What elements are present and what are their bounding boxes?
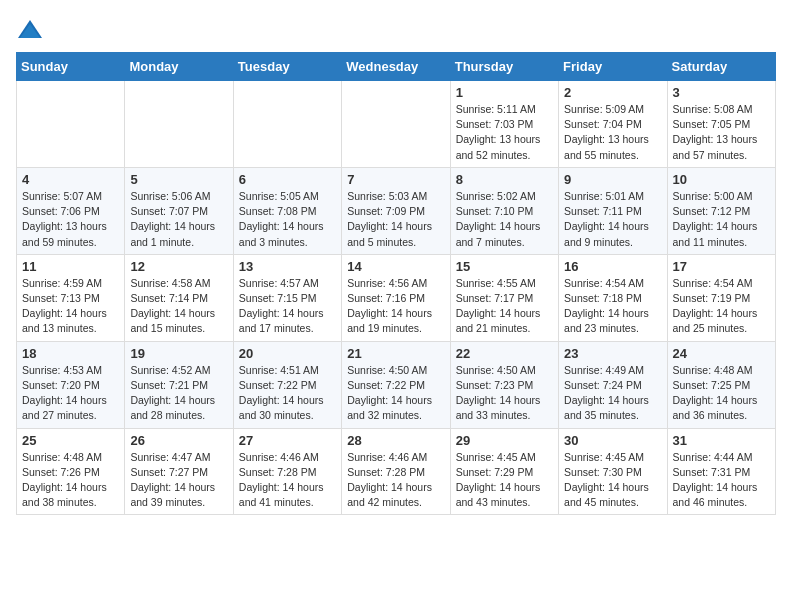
day-number: 5 [130,172,227,187]
calendar-header-tuesday: Tuesday [233,53,341,81]
day-number: 17 [673,259,770,274]
day-info: Sunrise: 4:54 AMSunset: 7:18 PMDaylight:… [564,276,661,337]
day-number: 7 [347,172,444,187]
day-number: 8 [456,172,553,187]
logo-icon [16,16,44,44]
day-info: Sunrise: 5:01 AMSunset: 7:11 PMDaylight:… [564,189,661,250]
day-info: Sunrise: 5:07 AMSunset: 7:06 PMDaylight:… [22,189,119,250]
day-info: Sunrise: 4:48 AMSunset: 7:25 PMDaylight:… [673,363,770,424]
day-number: 31 [673,433,770,448]
calendar-cell: 6Sunrise: 5:05 AMSunset: 7:08 PMDaylight… [233,167,341,254]
calendar-cell: 27Sunrise: 4:46 AMSunset: 7:28 PMDayligh… [233,428,341,515]
day-number: 9 [564,172,661,187]
calendar-cell: 15Sunrise: 4:55 AMSunset: 7:17 PMDayligh… [450,254,558,341]
calendar-week-4: 18Sunrise: 4:53 AMSunset: 7:20 PMDayligh… [17,341,776,428]
calendar-cell: 26Sunrise: 4:47 AMSunset: 7:27 PMDayligh… [125,428,233,515]
calendar-week-1: 1Sunrise: 5:11 AMSunset: 7:03 PMDaylight… [17,81,776,168]
calendar-header-thursday: Thursday [450,53,558,81]
day-info: Sunrise: 5:03 AMSunset: 7:09 PMDaylight:… [347,189,444,250]
day-number: 6 [239,172,336,187]
calendar-cell: 1Sunrise: 5:11 AMSunset: 7:03 PMDaylight… [450,81,558,168]
calendar-cell: 14Sunrise: 4:56 AMSunset: 7:16 PMDayligh… [342,254,450,341]
day-info: Sunrise: 4:59 AMSunset: 7:13 PMDaylight:… [22,276,119,337]
calendar-cell [342,81,450,168]
day-number: 10 [673,172,770,187]
day-info: Sunrise: 5:06 AMSunset: 7:07 PMDaylight:… [130,189,227,250]
calendar-cell [17,81,125,168]
day-info: Sunrise: 4:52 AMSunset: 7:21 PMDaylight:… [130,363,227,424]
calendar-cell: 12Sunrise: 4:58 AMSunset: 7:14 PMDayligh… [125,254,233,341]
day-info: Sunrise: 5:02 AMSunset: 7:10 PMDaylight:… [456,189,553,250]
day-info: Sunrise: 5:00 AMSunset: 7:12 PMDaylight:… [673,189,770,250]
calendar-cell [233,81,341,168]
day-number: 1 [456,85,553,100]
calendar-week-3: 11Sunrise: 4:59 AMSunset: 7:13 PMDayligh… [17,254,776,341]
day-info: Sunrise: 5:05 AMSunset: 7:08 PMDaylight:… [239,189,336,250]
calendar-header-friday: Friday [559,53,667,81]
calendar-cell: 31Sunrise: 4:44 AMSunset: 7:31 PMDayligh… [667,428,775,515]
calendar-cell: 2Sunrise: 5:09 AMSunset: 7:04 PMDaylight… [559,81,667,168]
day-number: 24 [673,346,770,361]
calendar-cell: 10Sunrise: 5:00 AMSunset: 7:12 PMDayligh… [667,167,775,254]
day-info: Sunrise: 5:08 AMSunset: 7:05 PMDaylight:… [673,102,770,163]
calendar-cell: 29Sunrise: 4:45 AMSunset: 7:29 PMDayligh… [450,428,558,515]
day-number: 27 [239,433,336,448]
day-number: 26 [130,433,227,448]
calendar-cell: 18Sunrise: 4:53 AMSunset: 7:20 PMDayligh… [17,341,125,428]
calendar-cell: 4Sunrise: 5:07 AMSunset: 7:06 PMDaylight… [17,167,125,254]
day-number: 20 [239,346,336,361]
day-number: 21 [347,346,444,361]
day-number: 19 [130,346,227,361]
day-info: Sunrise: 4:54 AMSunset: 7:19 PMDaylight:… [673,276,770,337]
day-info: Sunrise: 4:45 AMSunset: 7:29 PMDaylight:… [456,450,553,511]
day-number: 18 [22,346,119,361]
day-info: Sunrise: 5:09 AMSunset: 7:04 PMDaylight:… [564,102,661,163]
calendar-cell: 28Sunrise: 4:46 AMSunset: 7:28 PMDayligh… [342,428,450,515]
day-info: Sunrise: 4:50 AMSunset: 7:23 PMDaylight:… [456,363,553,424]
logo [16,16,48,44]
day-number: 30 [564,433,661,448]
day-info: Sunrise: 4:56 AMSunset: 7:16 PMDaylight:… [347,276,444,337]
day-number: 28 [347,433,444,448]
calendar-cell: 8Sunrise: 5:02 AMSunset: 7:10 PMDaylight… [450,167,558,254]
calendar-cell: 9Sunrise: 5:01 AMSunset: 7:11 PMDaylight… [559,167,667,254]
day-number: 2 [564,85,661,100]
day-info: Sunrise: 4:46 AMSunset: 7:28 PMDaylight:… [347,450,444,511]
calendar-cell: 23Sunrise: 4:49 AMSunset: 7:24 PMDayligh… [559,341,667,428]
day-info: Sunrise: 4:49 AMSunset: 7:24 PMDaylight:… [564,363,661,424]
calendar-cell: 11Sunrise: 4:59 AMSunset: 7:13 PMDayligh… [17,254,125,341]
page-header [16,16,776,44]
calendar-cell: 19Sunrise: 4:52 AMSunset: 7:21 PMDayligh… [125,341,233,428]
day-info: Sunrise: 4:45 AMSunset: 7:30 PMDaylight:… [564,450,661,511]
day-info: Sunrise: 4:50 AMSunset: 7:22 PMDaylight:… [347,363,444,424]
day-info: Sunrise: 4:58 AMSunset: 7:14 PMDaylight:… [130,276,227,337]
day-number: 4 [22,172,119,187]
calendar-cell: 30Sunrise: 4:45 AMSunset: 7:30 PMDayligh… [559,428,667,515]
calendar-cell: 24Sunrise: 4:48 AMSunset: 7:25 PMDayligh… [667,341,775,428]
day-number: 15 [456,259,553,274]
calendar-header-saturday: Saturday [667,53,775,81]
calendar-week-2: 4Sunrise: 5:07 AMSunset: 7:06 PMDaylight… [17,167,776,254]
day-number: 23 [564,346,661,361]
day-info: Sunrise: 4:46 AMSunset: 7:28 PMDaylight:… [239,450,336,511]
day-number: 22 [456,346,553,361]
calendar-cell: 22Sunrise: 4:50 AMSunset: 7:23 PMDayligh… [450,341,558,428]
day-number: 14 [347,259,444,274]
calendar-cell: 16Sunrise: 4:54 AMSunset: 7:18 PMDayligh… [559,254,667,341]
calendar-cell: 3Sunrise: 5:08 AMSunset: 7:05 PMDaylight… [667,81,775,168]
calendar-cell: 13Sunrise: 4:57 AMSunset: 7:15 PMDayligh… [233,254,341,341]
day-info: Sunrise: 4:53 AMSunset: 7:20 PMDaylight:… [22,363,119,424]
day-number: 3 [673,85,770,100]
day-info: Sunrise: 5:11 AMSunset: 7:03 PMDaylight:… [456,102,553,163]
calendar-cell: 20Sunrise: 4:51 AMSunset: 7:22 PMDayligh… [233,341,341,428]
day-info: Sunrise: 4:47 AMSunset: 7:27 PMDaylight:… [130,450,227,511]
calendar-cell: 25Sunrise: 4:48 AMSunset: 7:26 PMDayligh… [17,428,125,515]
day-info: Sunrise: 4:48 AMSunset: 7:26 PMDaylight:… [22,450,119,511]
day-info: Sunrise: 4:51 AMSunset: 7:22 PMDaylight:… [239,363,336,424]
calendar-cell: 5Sunrise: 5:06 AMSunset: 7:07 PMDaylight… [125,167,233,254]
day-info: Sunrise: 4:57 AMSunset: 7:15 PMDaylight:… [239,276,336,337]
calendar-cell: 7Sunrise: 5:03 AMSunset: 7:09 PMDaylight… [342,167,450,254]
calendar-table: SundayMondayTuesdayWednesdayThursdayFrid… [16,52,776,515]
calendar-cell: 17Sunrise: 4:54 AMSunset: 7:19 PMDayligh… [667,254,775,341]
day-number: 13 [239,259,336,274]
